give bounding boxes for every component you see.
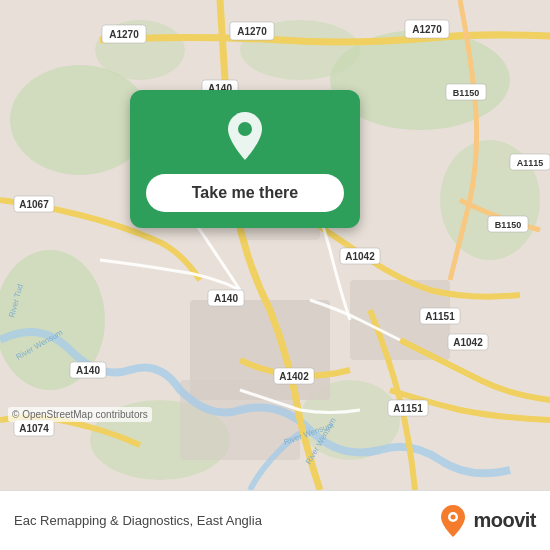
location-pin-icon [223, 110, 267, 162]
svg-text:A1042: A1042 [453, 337, 483, 348]
map-container: A1270 A1270 A1270 A140 A140 A140 A1067 A… [0, 0, 550, 490]
svg-text:A140: A140 [76, 365, 100, 376]
svg-text:A1151: A1151 [393, 403, 423, 414]
svg-text:B1150: B1150 [453, 88, 480, 98]
svg-text:B1150: B1150 [495, 220, 522, 230]
svg-point-1 [10, 65, 150, 175]
bottom-bar: Eac Remapping & Diagnostics, East Anglia… [0, 490, 550, 550]
svg-text:A1270: A1270 [237, 26, 267, 37]
svg-text:A1402: A1402 [279, 371, 309, 382]
take-me-there-button[interactable]: Take me there [146, 174, 344, 212]
svg-text:A1270: A1270 [412, 24, 442, 35]
svg-point-51 [451, 514, 456, 519]
svg-text:A1074: A1074 [19, 423, 49, 434]
osm-credit: © OpenStreetMap contributors [8, 407, 152, 422]
svg-text:A1151: A1151 [425, 311, 455, 322]
svg-text:A1067: A1067 [19, 199, 49, 210]
svg-text:A140: A140 [214, 293, 238, 304]
svg-point-49 [238, 122, 252, 136]
moovit-logo: moovit [439, 504, 536, 538]
svg-text:A1115: A1115 [517, 158, 544, 168]
moovit-pin-icon [439, 504, 467, 538]
moovit-wordmark: moovit [473, 509, 536, 532]
location-label: Eac Remapping & Diagnostics, East Anglia [14, 513, 439, 528]
svg-text:A1270: A1270 [109, 29, 139, 40]
svg-text:A1042: A1042 [345, 251, 375, 262]
map-popup: Take me there [130, 90, 360, 228]
